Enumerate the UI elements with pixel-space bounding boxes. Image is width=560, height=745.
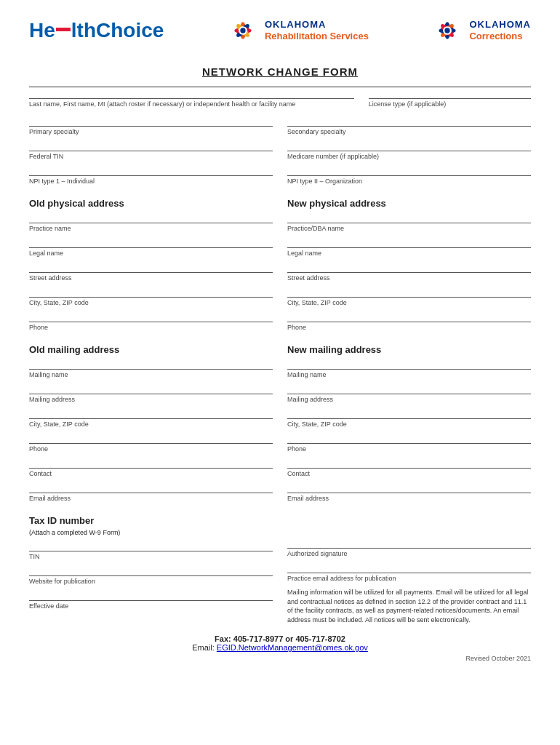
new-physical-title: New physical address [287,198,531,209]
secondary-specialty-label: Secondary specialty [287,128,531,135]
new-mailing-address-field: Mailing address [287,384,531,403]
name-label: Last name, First name, MI (attach roster… [29,100,354,108]
old-email-label: Email address [29,495,273,502]
new-mailing-col: New mailing address Mailing name Mailing… [287,337,531,508]
old-phone-label: Phone [29,324,273,331]
top-divider [29,87,531,87]
federal-tin-label: Federal TIN [29,153,273,160]
license-input-line [369,89,531,99]
new-email-label: Email address [287,495,531,502]
new-mailing-city-field: City, State, ZIP code [287,409,531,428]
website-label: Website for publication [29,578,273,585]
notice-text: Mailing information will be utilized for… [287,588,531,624]
new-mailing-name-label: Mailing name [287,371,531,378]
name-field: Last name, First name, MI (attach roster… [29,89,354,108]
old-legal-name-field: Legal name [29,238,273,257]
old-street-label: Street address [29,274,273,282]
secondary-specialty-line [287,116,531,127]
new-contact-field: Contact [287,458,531,477]
oklahoma-rehab-logo: OKLAHOMA Rehabilitation Services [227,15,369,47]
new-mailing-address-label: Mailing address [287,396,531,403]
new-city-field: City, State, ZIP code [287,287,531,306]
specialty-row: Primary specialty Secondary specialty [29,116,531,141]
new-mailing-name-field: Mailing name [287,359,531,378]
new-practice-name-label: Practice/DBA name [287,225,531,232]
npi2-line [287,166,531,176]
old-mailing-address-label: Mailing address [29,396,273,403]
website-field: Website for publication [29,566,273,585]
npi1-label: NPI type 1 – Individual [29,178,273,185]
email-link[interactable]: EGID.NetworkManagement@omes.ok.gov [217,643,368,652]
okla-rehab-text: OKLAHOMA Rehabilitation Services [265,19,369,41]
new-mailing-title: New mailing address [287,344,531,355]
tin-label: TIN [29,553,273,560]
old-physical-title: Old physical address [29,198,273,209]
federal-tin-field: Federal TIN [29,141,273,160]
header: HelthChoice OKLAHOMA Rehabilitation Serv… [29,15,531,52]
okla-rehab-dept: Rehabilitation Services [265,31,369,42]
new-legal-name-field: Legal name [287,238,531,257]
practice-email-label: Practice email address for publication [287,575,531,582]
okla-corr-dept: Corrections [469,31,531,42]
okla-corr-state: OKLAHOMA [469,19,531,31]
tax-id-title: Tax ID number (Attach a completed W-9 Fo… [29,515,273,537]
tin-field: TIN [29,541,273,560]
new-city-label: City, State, ZIP code [287,299,531,306]
practice-email-field: Practice email address for publication [287,563,531,582]
old-mailing-city-label: City, State, ZIP code [29,421,273,428]
authorized-sig-field: Authorized signature [287,538,531,557]
mailing-address-section: Old mailing address Mailing name Mailing… [29,337,531,508]
oklahoma-corrections-logo: OKLAHOMA Corrections [431,15,531,47]
npi1-field: NPI type 1 – Individual [29,166,273,185]
secondary-specialty-field: Secondary specialty [287,116,531,135]
svg-point-11 [445,28,450,33]
federal-tin-line [29,141,273,151]
new-contact-label: Contact [287,470,531,477]
healthchoice-dash [56,28,71,31]
healthchoice-logo: HelthChoice [29,19,164,42]
new-mailing-phone-field: Phone [287,434,531,453]
old-mailing-col: Old mailing address Mailing name Mailing… [29,337,273,508]
email-prefix: Email: [192,643,217,652]
svg-point-5 [240,28,245,33]
license-field: License type (if applicable) [369,89,531,108]
old-mailing-title: Old mailing address [29,344,273,355]
medicare-line [287,141,531,151]
fax-line: Fax: 405-717-8977 or 405-717-8702 [29,634,531,643]
new-street-field: Street address [287,263,531,282]
old-mailing-name-label: Mailing name [29,371,273,378]
old-mailing-phone-label: Phone [29,445,273,453]
npi-row: NPI type 1 – Individual NPI type II – Or… [29,166,531,191]
new-practice-name-field: Practice/DBA name [287,213,531,232]
okla-corr-text: OKLAHOMA Corrections [469,19,531,41]
primary-specialty-field: Primary specialty [29,116,273,135]
old-city-label: City, State, ZIP code [29,299,273,306]
okla-rehab-icon [227,15,259,47]
old-mailing-name-field: Mailing name [29,359,273,378]
primary-specialty-label: Primary specialty [29,128,273,135]
old-phone-field: Phone [29,312,273,331]
new-physical-col: New physical address Practice/DBA name L… [287,191,531,337]
okla-corr-icon [431,15,463,47]
new-mailing-phone-label: Phone [287,445,531,453]
new-email-field: Email address [287,483,531,502]
effective-date-label: Effective date [29,602,273,610]
license-label: License type (if applicable) [369,100,531,108]
old-email-field: Email address [29,483,273,502]
name-input-line [29,89,354,99]
npi1-line [29,166,273,176]
signature-col: Authorized signature Practice email addr… [287,508,531,624]
old-street-field: Street address [29,263,273,282]
footer: Fax: 405-717-8977 or 405-717-8702 Email:… [29,634,531,652]
new-phone-field: Phone [287,312,531,331]
old-practice-name-label: Practice name [29,225,273,232]
primary-specialty-line [29,116,273,127]
tin-medicare-row: Federal TIN Medicare number (if applicab… [29,141,531,166]
old-physical-col: Old physical address Practice name Legal… [29,191,273,337]
new-legal-name-label: Legal name [287,250,531,257]
old-mailing-phone-field: Phone [29,434,273,453]
old-contact-label: Contact [29,470,273,477]
tax-id-col: Tax ID number (Attach a completed W-9 Fo… [29,508,273,624]
npi2-label: NPI type II – Organization [287,178,531,185]
new-phone-label: Phone [287,324,531,331]
